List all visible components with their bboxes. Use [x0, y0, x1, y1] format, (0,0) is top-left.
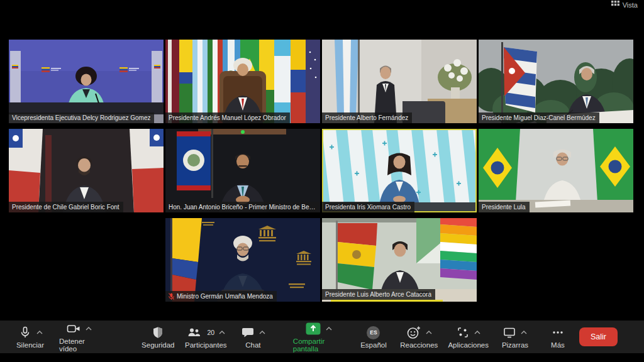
- gallery-row-1: Vicepresidenta Ejecutiva Delcy Rodriguez…: [9, 40, 635, 123]
- zoom-meeting-window: Vista: [0, 0, 644, 362]
- muted-microphone-icon: [169, 293, 174, 300]
- reactions-smiley-icon: [406, 326, 421, 339]
- participant-name-label: Presidente Luis Alberto Arce Catacora: [322, 289, 435, 300]
- participant-name-label: Presidente Alberto Fernández: [322, 112, 412, 123]
- video-tile-mexico[interactable]: Presidente Andrés Manuel López Obrador: [165, 40, 320, 123]
- view-selector-label: Vista: [623, 1, 638, 9]
- chevron-up-icon[interactable]: [36, 331, 43, 334]
- more-ellipsis-icon: [551, 326, 565, 339]
- stop-video-button[interactable]: Detener vídeo: [59, 321, 99, 353]
- gallery-row-3: Ministro Germán Umaña Mendoza: [165, 218, 635, 302]
- apps-icon: [456, 326, 470, 339]
- video-thumbnail-venezuela: [9, 40, 164, 123]
- chat-button[interactable]: Chat: [239, 325, 267, 349]
- microphone-icon: [18, 326, 32, 339]
- view-selector-button[interactable]: Vista: [611, 1, 638, 9]
- video-tile-brazil[interactable]: Presidente Lula: [479, 129, 633, 212]
- chevron-up-icon[interactable]: [259, 331, 265, 334]
- video-thumbnail-belize: [165, 129, 320, 212]
- interpretation-button[interactable]: ES Español: [360, 325, 387, 349]
- participant-name-label: Presidente Lula: [479, 202, 530, 212]
- shield-icon: [151, 326, 165, 339]
- participants-button[interactable]: 20 Participantes: [187, 325, 224, 349]
- participant-name-label: Vicepresidenta Ejecutiva Delcy Rodriguez…: [9, 112, 154, 123]
- participants-count-badge: 20: [207, 329, 214, 336]
- share-screen-button[interactable]: Compartir pantalla: [293, 321, 345, 353]
- video-thumbnail-honduras: [322, 129, 477, 212]
- chevron-up-icon[interactable]: [326, 327, 332, 331]
- video-camera-icon: [66, 322, 81, 336]
- chevron-up-icon[interactable]: [426, 331, 432, 334]
- apps-button[interactable]: Aplicaciones: [451, 325, 486, 349]
- video-tile-venezuela[interactable]: Vicepresidenta Ejecutiva Delcy Rodriguez…: [9, 40, 164, 123]
- chevron-up-icon[interactable]: [86, 327, 92, 331]
- video-thumbnail-mexico: [165, 40, 320, 123]
- video-gallery: Vicepresidenta Ejecutiva Delcy Rodriguez…: [9, 40, 635, 302]
- participant-name-label: Presidente Miguel Diaz-Canel Bermúdez: [479, 112, 599, 123]
- participant-name-label: Hon. Juan Antonio Briceño - Primer Minis…: [165, 202, 319, 212]
- interpretation-language-icon: ES: [367, 326, 380, 339]
- video-tile-argentina[interactable]: Presidente Alberto Fernández: [322, 40, 477, 123]
- security-button[interactable]: Seguridad: [143, 325, 172, 349]
- meeting-toolbar: Silenciar Detener vídeo Seguridad: [0, 321, 644, 353]
- video-tile-cuba[interactable]: Presidente Miguel Diaz-Canel Bermúdez: [479, 40, 633, 123]
- video-thumbnail-chile: [9, 129, 164, 212]
- video-thumbnail-brazil: [479, 129, 633, 212]
- gallery-row-2: Presidente de Chile Gabriel Boric Font: [9, 129, 635, 212]
- video-tile-bolivia[interactable]: Presidente Luis Alberto Arce Catacora: [322, 218, 477, 302]
- chevron-up-icon[interactable]: [219, 331, 225, 334]
- video-tile-honduras[interactable]: Presidenta Iris Xiomara Castro: [322, 129, 477, 212]
- participant-name-label: Presidente de Chile Gabriel Boric Font: [9, 202, 123, 212]
- participant-name-label: Presidenta Iris Xiomara Castro: [322, 202, 414, 212]
- video-tile-belize[interactable]: Hon. Juan Antonio Briceño - Primer Minis…: [165, 129, 320, 212]
- chevron-up-icon[interactable]: [521, 331, 527, 334]
- grid-view-icon: [611, 1, 619, 9]
- video-tile-colombia[interactable]: Ministro Germán Umaña Mendoza: [165, 218, 320, 302]
- video-thumbnail-cuba: [479, 40, 633, 123]
- leave-meeting-button[interactable]: Salir: [579, 327, 618, 346]
- video-tile-chile[interactable]: Presidente de Chile Gabriel Boric Font: [9, 129, 164, 212]
- active-speaker-accent-bar: [331, 300, 443, 302]
- participants-icon: [186, 326, 201, 339]
- reactions-button[interactable]: Reacciones: [402, 325, 436, 349]
- share-screen-icon: [305, 322, 321, 336]
- chevron-up-icon[interactable]: [474, 331, 480, 334]
- participant-name-label: Ministro Germán Umaña Mendoza: [165, 291, 277, 302]
- chat-bubble-icon: [241, 326, 255, 339]
- video-thumbnail-colombia: [165, 218, 320, 302]
- whiteboards-button[interactable]: Pizarras: [501, 325, 529, 349]
- whiteboard-icon: [502, 326, 516, 339]
- more-button[interactable]: Más: [544, 325, 572, 349]
- participant-name-label: Presidente Andrés Manuel López Obrador: [165, 112, 290, 123]
- video-thumbnail-argentina: [322, 40, 477, 123]
- mute-button[interactable]: Silenciar: [16, 325, 44, 349]
